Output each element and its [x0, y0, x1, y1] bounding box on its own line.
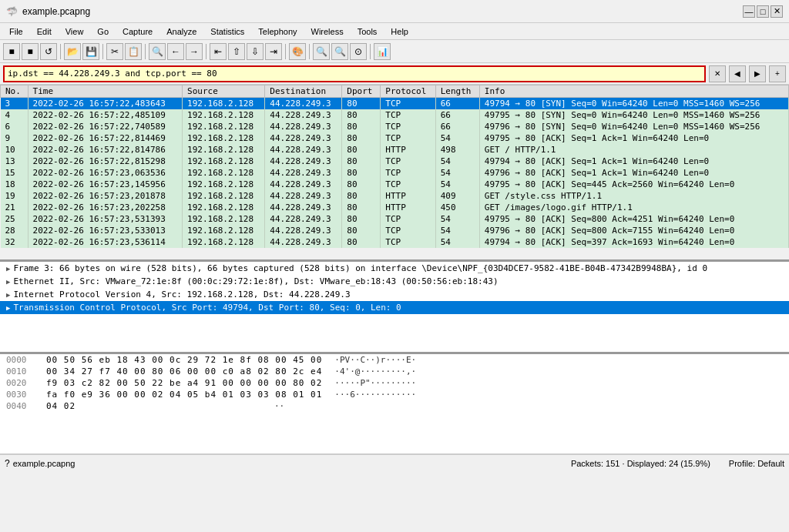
toolbar-colorize-btn[interactable]: 🎨 — [289, 43, 306, 60]
packet-table-body: 32022-02-26 16:57:22,483643192.168.2.128… — [1, 98, 789, 249]
cell-no: 10 — [1, 144, 29, 156]
cell-time: 2022-02-26 16:57:22,815298 — [28, 156, 182, 167]
table-row[interactable]: 132022-02-26 16:57:22,815298192.168.2.12… — [1, 156, 789, 167]
table-row[interactable]: 62022-02-26 16:57:22,740589192.168.2.128… — [1, 121, 789, 132]
cell-no: 9 — [1, 132, 29, 144]
cell-len: 409 — [435, 190, 479, 202]
hex-ascii: ·· — [274, 401, 284, 411]
cell-src: 192.168.2.128 — [183, 121, 265, 132]
cell-time: 2022-02-26 16:57:23,536114 — [28, 236, 182, 248]
col-source[interactable]: Source — [183, 85, 265, 98]
toolbar-resize-btn[interactable]: 📊 — [374, 43, 391, 60]
menu-item-go[interactable]: Go — [91, 25, 115, 38]
cell-dport: 80 — [342, 190, 381, 202]
toolbar-restart-btn[interactable]: ↺ — [40, 43, 57, 60]
detail-row[interactable]: ▶Ethernet II, Src: VMware_72:1e:8f (00:0… — [0, 275, 789, 288]
detail-row[interactable]: ▶Internet Protocol Version 4, Src: 192.1… — [0, 288, 789, 301]
toolbar-sep-1 — [60, 44, 61, 59]
toolbar-open-btn[interactable]: 📂 — [64, 43, 81, 60]
table-row[interactable]: 252022-02-26 16:57:23,531393192.168.2.12… — [1, 213, 789, 225]
toolbar-cut-btn[interactable]: ✂ — [106, 43, 123, 60]
cell-no: 25 — [1, 213, 29, 225]
cell-time: 2022-02-26 16:57:22,814786 — [28, 144, 182, 156]
col-time[interactable]: Time — [28, 85, 182, 98]
toolbar-zoom-out-btn[interactable]: 🔍 — [331, 43, 348, 60]
cell-dport: 80 — [342, 132, 381, 144]
toolbar-go-prev-btn[interactable]: ⇧ — [228, 43, 245, 60]
col-length[interactable]: Length — [435, 85, 479, 98]
detail-row[interactable]: ▶Transmission Control Protocol, Src Port… — [0, 301, 789, 314]
toolbar-find-btn[interactable]: 🔍 — [149, 43, 166, 60]
hex-row: 0020f9 03 c2 82 00 50 22 be a4 91 00 00 … — [0, 377, 789, 389]
col-dport[interactable]: Dport — [342, 85, 381, 98]
toolbar-go-next-btn[interactable]: ⇩ — [247, 43, 264, 60]
menu-item-edit[interactable]: Edit — [31, 25, 58, 38]
cell-no: 32 — [1, 236, 29, 248]
cell-dst: 44.228.249.3 — [265, 98, 342, 110]
detail-row[interactable]: ▶Frame 3: 66 bytes on wire (528 bits), 6… — [0, 262, 789, 275]
table-row[interactable]: 212022-02-26 16:57:23,202258192.168.2.12… — [1, 202, 789, 213]
cell-len: 54 — [435, 225, 479, 236]
col-protocol[interactable]: Protocol — [381, 85, 435, 98]
cell-len: 54 — [435, 179, 479, 190]
table-row[interactable]: 192022-02-26 16:57:23,201878192.168.2.12… — [1, 190, 789, 202]
menu-item-help[interactable]: Help — [384, 25, 415, 38]
col-info[interactable]: Info — [479, 85, 788, 98]
table-row[interactable]: 42022-02-26 16:57:22,485109192.168.2.128… — [1, 109, 789, 121]
cell-dst: 44.228.249.3 — [265, 179, 342, 190]
col-destination[interactable]: Destination — [265, 85, 342, 98]
menu-item-wireless[interactable]: Wireless — [305, 25, 350, 38]
cell-time: 2022-02-26 16:57:23,533013 — [28, 225, 182, 236]
menu-item-statistics[interactable]: Statistics — [204, 25, 250, 38]
menu-item-analyze[interactable]: Analyze — [160, 25, 203, 38]
toolbar-forward-btn[interactable]: → — [186, 43, 203, 60]
menu-item-view[interactable]: View — [59, 25, 90, 38]
menu-item-telephony[interactable]: Telephony — [252, 25, 303, 38]
cell-proto: TCP — [381, 179, 435, 190]
toolbar-zoom-in-btn[interactable]: 🔍 — [313, 43, 330, 60]
filter-forward-btn[interactable]: ▶ — [749, 65, 766, 82]
cell-len: 66 — [435, 98, 479, 110]
cell-proto: TCP — [381, 109, 435, 121]
filter-clear-btn[interactable]: ✕ — [709, 65, 726, 82]
table-row[interactable]: 322022-02-26 16:57:23,536114192.168.2.12… — [1, 236, 789, 248]
toolbar-stop-btn[interactable]: ■ — [22, 43, 39, 60]
table-row[interactable]: 182022-02-26 16:57:23,145956192.168.2.12… — [1, 179, 789, 190]
app-icon: 🦈 — [6, 6, 18, 17]
detail-text: Internet Protocol Version 4, Src: 192.16… — [13, 289, 350, 299]
filter-input[interactable] — [3, 65, 706, 82]
table-row[interactable]: 282022-02-26 16:57:23,533013192.168.2.12… — [1, 225, 789, 236]
maximize-button[interactable]: □ — [757, 5, 769, 18]
close-button[interactable]: ✕ — [771, 5, 783, 18]
toolbar-start-btn[interactable]: ■ — [3, 43, 20, 60]
cell-info: 49794 → 80 [ACK] Seq=397 Ack=1693 Win=64… — [479, 236, 788, 248]
toolbar-go-first-btn[interactable]: ⇤ — [210, 43, 227, 60]
packet-list[interactable]: No. Time Source Destination Dport Protoc… — [0, 85, 789, 262]
cell-dport: 80 — [342, 202, 381, 213]
cell-dst: 44.228.249.3 — [265, 167, 342, 179]
toolbar-save-btn[interactable]: 💾 — [82, 43, 99, 60]
title-controls[interactable]: — □ ✕ — [743, 5, 783, 18]
toolbar-zoom-reset-btn[interactable]: ⊙ — [350, 43, 367, 60]
toolbar-copy-btn[interactable]: 📋 — [125, 43, 142, 60]
table-row[interactable]: 32022-02-26 16:57:22,483643192.168.2.128… — [1, 98, 789, 110]
cell-info: GET / HTTP/1.1 — [479, 144, 788, 156]
toolbar-back-btn[interactable]: ← — [167, 43, 184, 60]
minimize-button[interactable]: — — [743, 5, 755, 18]
col-no[interactable]: No. — [1, 85, 29, 98]
table-row[interactable]: 152022-02-26 16:57:23,063536192.168.2.12… — [1, 167, 789, 179]
table-row[interactable]: 102022-02-26 16:57:22,814786192.168.2.12… — [1, 144, 789, 156]
menu-item-capture[interactable]: Capture — [116, 25, 159, 38]
cell-dst: 44.228.249.3 — [265, 190, 342, 202]
table-row[interactable]: 92022-02-26 16:57:22,814469192.168.2.128… — [1, 132, 789, 144]
toolbar-go-last-btn[interactable]: ⇥ — [265, 43, 282, 60]
cell-proto: TCP — [381, 167, 435, 179]
cell-dst: 44.228.249.3 — [265, 132, 342, 144]
filter-back-btn[interactable]: ◀ — [729, 65, 746, 82]
filter-add-btn[interactable]: + — [769, 65, 786, 82]
menu-item-tools[interactable]: Tools — [351, 25, 384, 38]
cell-dst: 44.228.249.3 — [265, 144, 342, 156]
expand-icon: ▶ — [6, 265, 10, 273]
menu-item-file[interactable]: File — [3, 25, 29, 38]
expand-icon: ▶ — [6, 304, 10, 312]
